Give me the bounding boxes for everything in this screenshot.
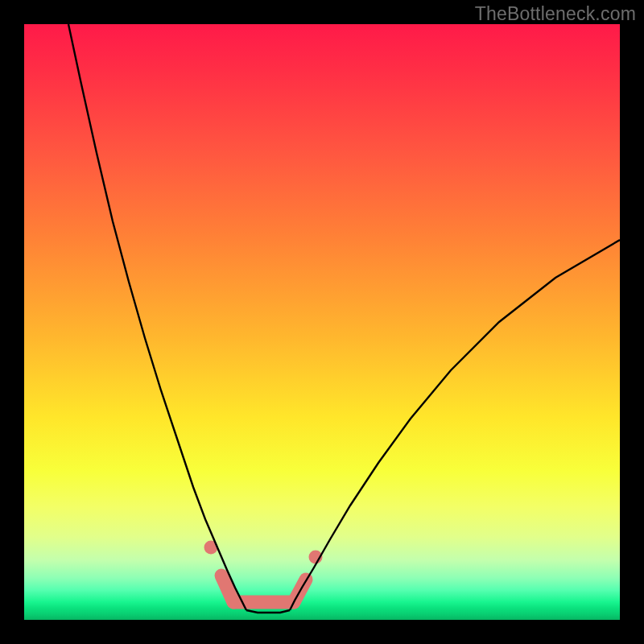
curve-right-branch xyxy=(290,240,620,610)
chart-frame: TheBottleneck.com xyxy=(0,0,644,644)
valley-marker xyxy=(204,541,323,603)
curve-svg xyxy=(24,24,620,620)
watermark-text: TheBottleneck.com xyxy=(475,3,636,25)
plot-area xyxy=(24,24,620,620)
curve-valley-flat xyxy=(246,610,290,613)
curve-left-branch xyxy=(68,24,246,610)
